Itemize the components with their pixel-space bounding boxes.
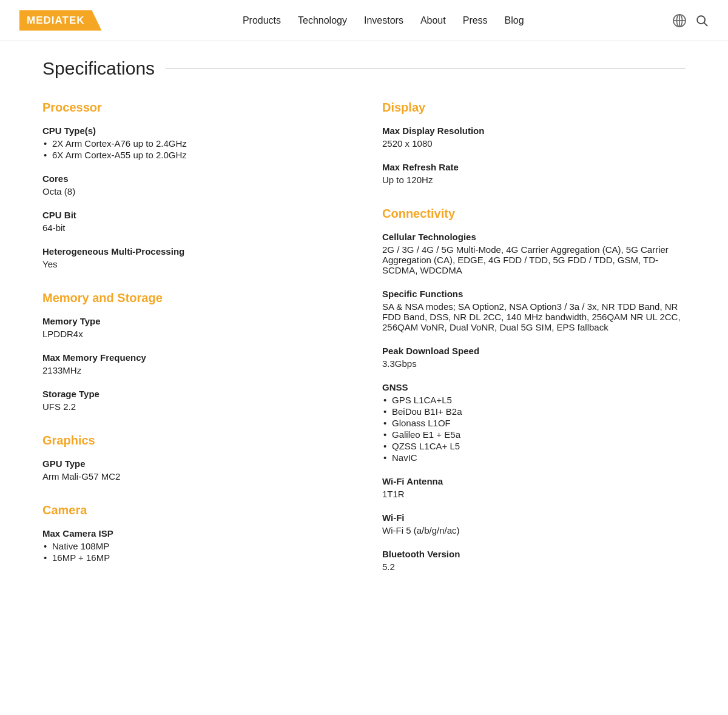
spec-section-camera: CameraMax Camera ISPNative 108MP16MP + 1… — [42, 503, 346, 563]
spec-group: CPU Type(s)2X Arm Cortex-A76 up to 2.4GH… — [42, 126, 346, 160]
nav-link-about[interactable]: About — [420, 15, 446, 26]
spec-label: Cellular Technologies — [382, 232, 686, 242]
section-title-memory-storage: Memory and Storage — [42, 291, 346, 305]
list-item: BeiDou B1I+ B2a — [382, 406, 686, 417]
spec-value: 64-bit — [42, 223, 346, 233]
section-title-graphics: Graphics — [42, 434, 346, 448]
spec-value: 2520 x 1080 — [382, 138, 686, 149]
spec-section-connectivity: ConnectivityCellular Technologies2G / 3G… — [382, 207, 686, 572]
list-item: 2X Arm Cortex-A76 up to 2.4GHz — [42, 138, 346, 149]
spec-group: GPU TypeArm Mali-G57 MC2 — [42, 458, 346, 482]
spec-group: Memory TypeLPDDR4x — [42, 316, 346, 339]
spec-label: Wi-Fi Antenna — [382, 476, 686, 486]
spec-group: Max Memory Frequency2133MHz — [42, 352, 346, 375]
spec-group: Specific FunctionsSA & NSA modes; SA Opt… — [382, 289, 686, 332]
spec-value: Wi-Fi 5 (a/b/g/n/ac) — [382, 525, 686, 535]
spec-label: Cores — [42, 173, 346, 184]
list-item: QZSS L1CA+ L5 — [382, 441, 686, 451]
nav-link-press[interactable]: Press — [463, 15, 488, 26]
spec-value: Octa (8) — [42, 186, 346, 196]
title-divider — [166, 69, 686, 69]
spec-label: Bluetooth Version — [382, 549, 686, 559]
list-item: Glonass L1OF — [382, 418, 686, 428]
spec-value: Up to 120Hz — [382, 175, 686, 185]
spec-group: Heterogeneous Multi-ProcessingYes — [42, 246, 346, 269]
spec-label: Specific Functions — [382, 289, 686, 299]
spec-group: Bluetooth Version5.2 — [382, 549, 686, 572]
svg-point-4 — [697, 16, 705, 24]
left-column: ProcessorCPU Type(s)2X Arm Cortex-A76 up… — [42, 101, 346, 594]
spec-label: GNSS — [382, 382, 686, 392]
right-column: DisplayMax Display Resolution2520 x 1080… — [382, 101, 686, 594]
page-title-row: Specifications — [42, 58, 686, 79]
spec-section-graphics: GraphicsGPU TypeArm Mali-G57 MC2 — [42, 434, 346, 482]
section-title-camera: Camera — [42, 503, 346, 517]
spec-label: Memory Type — [42, 316, 346, 326]
specs-grid: ProcessorCPU Type(s)2X Arm Cortex-A76 up… — [42, 101, 686, 594]
spec-value: 2G / 3G / 4G / 5G Multi-Mode, 4G Carrier… — [382, 244, 686, 275]
spec-section-memory-storage: Memory and StorageMemory TypeLPDDR4xMax … — [42, 291, 346, 412]
language-icon[interactable] — [672, 13, 687, 28]
spec-list: 2X Arm Cortex-A76 up to 2.4GHz6X Arm Cor… — [42, 138, 346, 160]
spec-value: 2133MHz — [42, 365, 346, 375]
spec-group: Peak Download Speed3.3Gbps — [382, 346, 686, 369]
list-item: Galileo E1 + E5a — [382, 429, 686, 440]
spec-section-display: DisplayMax Display Resolution2520 x 1080… — [382, 101, 686, 185]
list-item: 6X Arm Cortex-A55 up to 2.0GHz — [42, 150, 346, 160]
spec-group: Max Display Resolution2520 x 1080 — [382, 126, 686, 149]
spec-group: Storage TypeUFS 2.2 — [42, 389, 346, 412]
spec-label: Max Camera ISP — [42, 528, 346, 539]
list-item: GPS L1CA+L5 — [382, 395, 686, 405]
main-nav: ProductsTechnologyInvestorsAboutPressBlo… — [243, 15, 524, 26]
svg-line-5 — [704, 22, 708, 25]
spec-label: Max Display Resolution — [382, 126, 686, 136]
spec-list: Native 108MP16MP + 16MP — [42, 541, 346, 563]
spec-value: UFS 2.2 — [42, 401, 346, 412]
spec-group: Max Camera ISPNative 108MP16MP + 16MP — [42, 528, 346, 563]
spec-value: Yes — [42, 259, 346, 269]
spec-value: 5.2 — [382, 562, 686, 572]
spec-label: Max Memory Frequency — [42, 352, 346, 363]
logo-text: MEDIATEK — [27, 15, 85, 27]
section-title-connectivity: Connectivity — [382, 207, 686, 221]
spec-list: GPS L1CA+L5BeiDou B1I+ B2aGlonass L1OFGa… — [382, 395, 686, 463]
spec-value: SA & NSA modes; SA Option2, NSA Option3 … — [382, 301, 686, 332]
spec-value: 3.3Gbps — [382, 358, 686, 369]
search-icon[interactable] — [695, 14, 709, 27]
nav-link-blog[interactable]: Blog — [505, 15, 524, 26]
nav-link-products[interactable]: Products — [243, 15, 281, 26]
list-item: 16MP + 16MP — [42, 552, 346, 563]
spec-label: Heterogeneous Multi-Processing — [42, 246, 346, 257]
header: MEDIATEK ProductsTechnologyInvestorsAbou… — [0, 0, 728, 41]
list-item: Native 108MP — [42, 541, 346, 551]
list-item: NavIC — [382, 452, 686, 463]
logo[interactable]: MEDIATEK — [19, 10, 102, 31]
page-content: Specifications ProcessorCPU Type(s)2X Ar… — [30, 41, 698, 630]
page-title: Specifications — [42, 58, 155, 79]
nav-icons — [672, 13, 709, 28]
spec-value: 1T1R — [382, 489, 686, 499]
spec-value: Arm Mali-G57 MC2 — [42, 471, 346, 482]
spec-value: LPDDR4x — [42, 329, 346, 339]
spec-section-processor: ProcessorCPU Type(s)2X Arm Cortex-A76 up… — [42, 101, 346, 269]
spec-group: Wi-Fi Antenna1T1R — [382, 476, 686, 499]
spec-group: CoresOcta (8) — [42, 173, 346, 196]
nav-link-investors[interactable]: Investors — [364, 15, 403, 26]
spec-group: CPU Bit64-bit — [42, 210, 346, 233]
spec-label: Storage Type — [42, 389, 346, 399]
spec-label: CPU Type(s) — [42, 126, 346, 136]
spec-label: CPU Bit — [42, 210, 346, 220]
spec-group: GNSSGPS L1CA+L5BeiDou B1I+ B2aGlonass L1… — [382, 382, 686, 463]
spec-label: Max Refresh Rate — [382, 162, 686, 172]
spec-label: GPU Type — [42, 458, 346, 469]
nav-link-technology[interactable]: Technology — [298, 15, 347, 26]
spec-group: Cellular Technologies2G / 3G / 4G / 5G M… — [382, 232, 686, 275]
spec-group: Wi-FiWi-Fi 5 (a/b/g/n/ac) — [382, 512, 686, 535]
section-title-processor: Processor — [42, 101, 346, 115]
section-title-display: Display — [382, 101, 686, 115]
logo-area: MEDIATEK — [19, 10, 102, 31]
spec-group: Max Refresh RateUp to 120Hz — [382, 162, 686, 185]
spec-label: Peak Download Speed — [382, 346, 686, 356]
spec-label: Wi-Fi — [382, 512, 686, 523]
